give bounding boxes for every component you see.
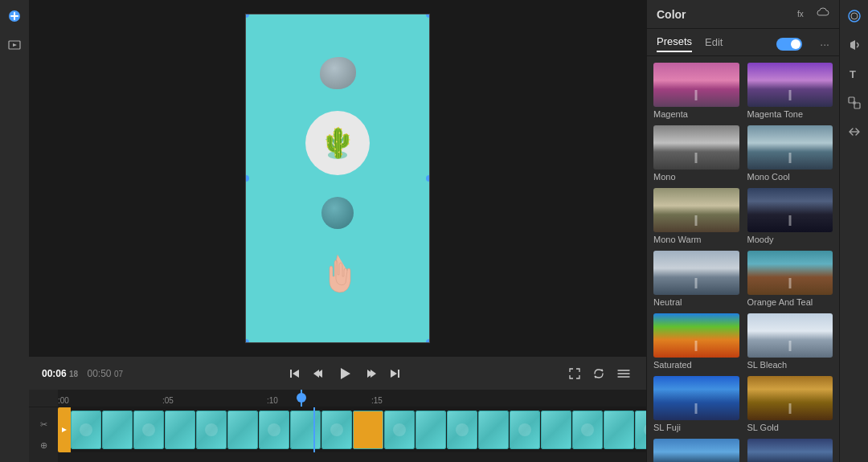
preset-label-moody: Moody [747,235,833,244]
frame-thumb-19 [635,411,646,449]
preset-thumb-orange-and-teal [747,251,833,295]
right-panel: Color fx Presets Edit ··· MagentaMagenta… [646,0,839,462]
preset-item-magenta-tone[interactable]: Magenta Tone [747,63,833,119]
panel-header-icons: fx [797,6,829,22]
preset-thumb-magenta [653,63,739,107]
scissors-icon[interactable]: ✂ [35,416,51,432]
ruler-playhead [301,390,302,407]
step-forward-button[interactable] [362,365,379,382]
preset-item-sl-matrix[interactable]: SL Matrix [747,439,833,462]
timeline-left-controls: ✂ ⊕ [29,407,58,462]
playback-controls [131,363,558,384]
frame-thumb-9 [321,411,352,449]
video-content [246,14,429,342]
svg-marker-10 [391,370,397,378]
preset-thumb-saturated [653,313,739,358]
skip-to-start-button[interactable] [286,365,304,382]
frame-thumb-10 [353,411,383,449]
more-options-icon[interactable]: ··· [820,38,829,51]
preset-thumb-sl-matrix [747,439,833,462]
preset-thumb-magenta-tone [747,63,833,107]
svg-rect-18 [853,101,856,104]
current-frame: 18 [69,370,78,378]
current-time: 00:06 18 [42,368,81,379]
timeline-ruler-row: :00 :05 :10 :15 [29,390,646,407]
preset-item-mono-cool[interactable]: Mono Cool [747,125,833,182]
preset-label-sl-gold: SL Gold [747,423,833,432]
preset-thumb-sl-gold [747,376,833,420]
preset-thumb-moody [747,188,833,232]
preset-item-mono[interactable]: Mono [653,125,739,182]
left-toolbar [0,0,29,462]
handle-bottom-right[interactable] [426,339,430,343]
svg-point-14 [849,10,860,22]
frame-thumb-8 [290,411,321,449]
color-tool-icon[interactable] [845,6,864,26]
tab-edit[interactable]: Edit [705,36,723,51]
add-track-icon[interactable]: ⊕ [35,437,51,453]
svg-marker-7 [341,368,350,379]
media-icon[interactable] [5,35,24,55]
preset-thumb-sl-kodak [653,439,739,462]
frame-thumb-14 [478,411,509,449]
timecode: 00:06 18 00:50 07 [42,368,123,379]
preset-item-sl-bleach[interactable]: SL Bleach [747,313,833,370]
color-toggle[interactable] [776,38,802,51]
handle-top-right[interactable] [426,14,430,18]
frame-thumb-3 [133,411,164,449]
preset-item-sl-kodak[interactable]: SL Kodak [653,439,739,462]
frame-thumb-17 [572,411,603,449]
frame-thumb-16 [541,411,571,449]
loop-button[interactable] [590,365,608,382]
add-icon[interactable] [5,6,24,26]
svg-text:fx: fx [797,10,804,18]
total-duration: 00:50 07 [88,368,124,379]
preset-item-sl-fuji[interactable]: SL Fuji [653,376,739,432]
fullscreen-button[interactable] [566,365,583,382]
track-playhead [313,407,315,452]
cloud-icon[interactable] [817,7,829,21]
frame-thumb-12 [416,411,446,449]
preset-item-mono-warm[interactable]: Mono Warm [653,188,739,244]
play-button[interactable] [334,363,355,384]
svg-rect-11 [398,370,399,378]
handle-right[interactable] [426,175,430,182]
preset-label-saturated: Saturated [653,360,739,370]
preset-item-magenta[interactable]: Magenta [653,63,739,119]
frame-thumb-6 [227,411,258,449]
ruler-label-10: :10 [267,396,278,405]
overlay-tool-icon[interactable] [845,93,864,112]
preset-label-sl-fuji: SL Fuji [653,423,739,432]
preset-label-neutral: Neutral [653,297,739,307]
hand-object [309,251,366,307]
preset-item-moody[interactable]: Moody [747,188,833,244]
title-tool-icon[interactable]: T [845,64,864,84]
frame-thumb-5 [196,411,227,449]
preview-area [29,0,646,356]
svg-marker-4 [293,370,299,378]
skip-to-end-button[interactable] [386,365,403,382]
rock-object [320,57,356,89]
far-right-toolbar: T [839,0,868,462]
ruler-label-15: :15 [371,396,383,405]
transform-tool-icon[interactable] [845,122,864,141]
preset-item-sl-gold[interactable]: SL Gold [747,376,833,432]
preset-thumb-mono [653,125,739,170]
settings-button[interactable] [614,365,633,382]
preset-label-orange-and-teal: Orange And Teal [747,297,833,307]
ruler-label-0: :00 [58,396,69,405]
preset-item-orange-and-teal[interactable]: Orange And Teal [747,251,833,307]
fx-icon[interactable]: fx [797,6,810,22]
svg-marker-12 [62,427,67,432]
frame-thumb-7 [259,411,289,449]
svg-marker-6 [313,370,319,378]
ruler-area: :00 :05 :10 :15 [58,390,646,407]
preset-item-saturated[interactable]: Saturated [653,313,739,370]
audio-tool-icon[interactable] [845,35,864,55]
track-strip[interactable] [71,411,646,449]
tab-presets[interactable]: Presets [657,35,692,52]
step-back-button[interactable] [310,365,328,382]
ruler-playhead-dot [297,393,306,403]
preset-item-neutral[interactable]: Neutral [653,251,739,307]
plant-object [313,119,362,167]
